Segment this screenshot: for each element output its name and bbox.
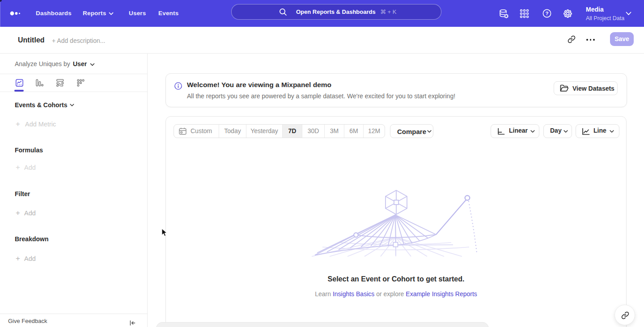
svg-text:?: ? — [545, 11, 548, 16]
